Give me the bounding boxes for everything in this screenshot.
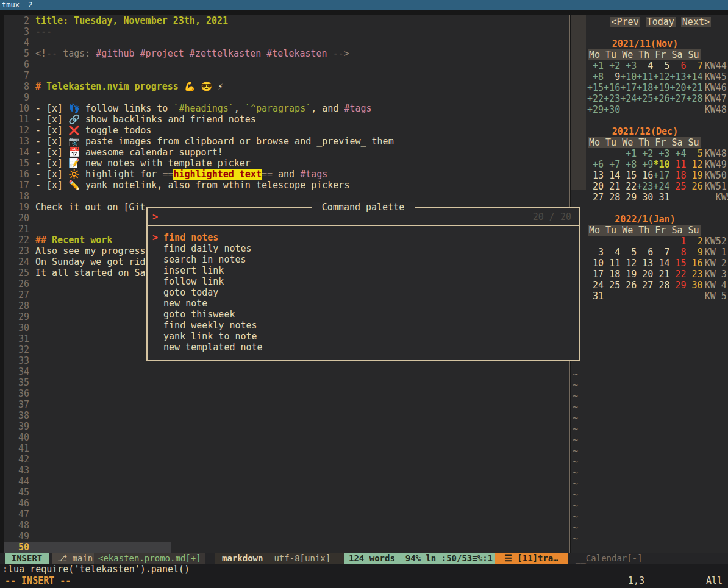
editor-line[interactable]: 8# Telekasten.nvim progress 💪 😎 ⚡ (0, 81, 569, 92)
calendar-day[interactable]: +30 (604, 104, 620, 115)
calendar-day[interactable]: 4 (637, 60, 653, 71)
calendar-day[interactable]: +3 (620, 60, 637, 71)
calendar-day[interactable]: 6 (637, 247, 653, 258)
calendar-day[interactable]: *10 (653, 159, 669, 170)
calendar-day[interactable]: 17 (587, 269, 604, 280)
palette-item[interactable]: find weekly notes (148, 320, 579, 331)
calendar-day[interactable]: 6 (669, 60, 686, 71)
calendar-day[interactable]: +24 (653, 181, 669, 192)
calendar-day[interactable]: 5 (687, 148, 703, 159)
calendar-day[interactable]: +8 (587, 71, 604, 82)
editor-line[interactable]: 44 (0, 476, 569, 487)
calendar-day[interactable]: 19 (620, 269, 637, 280)
editor-line[interactable]: 9 (0, 92, 569, 103)
calendar-day[interactable]: 27 (587, 192, 604, 203)
editor-line[interactable]: 39 (0, 421, 569, 432)
calendar-day[interactable]: +7 (604, 159, 620, 170)
palette-item[interactable]: yank link to note (148, 331, 579, 342)
editor-line[interactable]: 47 (0, 509, 569, 520)
command-palette-input[interactable]: > 20 / 20 (148, 208, 579, 226)
editor-line[interactable]: 3--- (0, 26, 569, 37)
calendar-day[interactable]: +18 (637, 82, 653, 93)
calendar-day[interactable]: 9 (687, 247, 703, 258)
palette-item[interactable]: goto thisweek (148, 309, 579, 320)
calendar-day[interactable]: 7 (687, 60, 703, 71)
calendar-day[interactable]: 12 (620, 258, 637, 269)
palette-item[interactable]: follow link (148, 276, 579, 287)
editor-line[interactable]: 50 (0, 542, 569, 553)
calendar-day[interactable]: 10 (587, 258, 604, 269)
calendar-day[interactable]: 19 (687, 170, 703, 181)
calendar-day[interactable]: +22 (587, 93, 604, 104)
calendar-day[interactable]: 20 (637, 269, 653, 280)
calendar-day[interactable]: 3 (587, 247, 604, 258)
palette-item[interactable]: find daily notes (148, 243, 579, 254)
editor-line[interactable]: 11- [x] 🔗 show backlinks and friend note… (0, 114, 569, 125)
editor-line[interactable]: 45 (0, 487, 569, 498)
scrollbar[interactable] (571, 15, 586, 190)
calendar-day[interactable]: 11 (604, 258, 620, 269)
editor-line[interactable]: 37 (0, 399, 569, 410)
calendar-day[interactable]: +27 (669, 93, 686, 104)
calendar-day[interactable]: 13 (587, 170, 604, 181)
calendar-day[interactable]: 7 (653, 247, 669, 258)
palette-item[interactable]: insert link (148, 265, 579, 276)
calendar-day[interactable]: 28 (653, 280, 669, 291)
calendar-day[interactable]: 31 (587, 291, 604, 302)
editor-line[interactable]: 35 (0, 377, 569, 388)
calendar-day[interactable]: +14 (687, 71, 703, 82)
palette-item[interactable]: new templated note (148, 342, 579, 353)
palette-item[interactable]: goto today (148, 287, 579, 298)
editor-line[interactable]: 43 (0, 465, 569, 476)
calendar-day[interactable]: +17 (620, 82, 637, 93)
editor-line[interactable]: 38 (0, 410, 569, 421)
editor-line[interactable]: 14- [x] 📅 awesome calendar support! (0, 147, 569, 158)
editor-line[interactable]: 10- [x] 👣 follow links to `#headings`, `… (0, 103, 569, 114)
palette-item[interactable]: > find notes (148, 232, 579, 243)
calendar-day[interactable]: 23 (687, 269, 703, 280)
calendar-day[interactable]: +2 (604, 60, 620, 71)
editor-line[interactable]: 36 (0, 388, 569, 399)
calendar-day[interactable]: +11 (637, 71, 653, 82)
editor-line[interactable]: 2title: Tuesday, November 23th, 2021 (0, 15, 569, 26)
calendar-day[interactable]: +9 (637, 159, 653, 170)
calendar-day[interactable]: 30 (687, 280, 703, 291)
calendar-day[interactable]: +3 (653, 148, 669, 159)
palette-item[interactable]: new note (148, 298, 579, 309)
calendar-day[interactable]: +8 (620, 159, 637, 170)
calendar-day[interactable]: 15 (669, 258, 686, 269)
prev-button[interactable]: <Prev (610, 17, 640, 27)
calendar-day[interactable]: 25 (604, 280, 620, 291)
calendar-day[interactable]: 8 (669, 247, 686, 258)
calendar-day[interactable]: +12 (653, 71, 669, 82)
calendar-day[interactable]: +24 (620, 93, 637, 104)
calendar-day[interactable]: +26 (653, 93, 669, 104)
calendar-day[interactable]: 29 (669, 280, 686, 291)
calendar-day[interactable]: 22 (620, 181, 637, 192)
today-button[interactable]: Today (646, 17, 676, 27)
calendar-day[interactable]: 30 (637, 192, 653, 203)
calendar-day[interactable]: 31 (653, 192, 669, 203)
calendar-day[interactable]: 2 (687, 236, 703, 247)
calendar-day[interactable]: 26 (620, 280, 637, 291)
editor-line[interactable]: 15- [x] 📝 new notes with template picker (0, 158, 569, 169)
calendar-day[interactable]: 22 (669, 269, 686, 280)
calendar-day[interactable]: +21 (687, 82, 703, 93)
calendar-day[interactable]: 13 (637, 258, 653, 269)
editor-line[interactable]: 46 (0, 498, 569, 509)
calendar-day[interactable]: +19 (653, 82, 669, 93)
editor-line[interactable]: 49 (0, 531, 569, 542)
editor-line[interactable]: 18 (0, 191, 569, 202)
editor-line[interactable]: 5<!-- tags: #github #project #zettelkast… (0, 48, 569, 59)
editor-line[interactable]: 34 (0, 366, 569, 377)
calendar-day[interactable]: 1 (669, 236, 686, 247)
calendar-day[interactable]: 18 (604, 269, 620, 280)
calendar-day[interactable]: 28 (604, 192, 620, 203)
calendar-day[interactable]: +15 (587, 82, 604, 93)
calendar-day[interactable]: +29 (587, 104, 604, 115)
editor-line[interactable]: 16- [x] 🔆 highlight for ==highlighted te… (0, 169, 569, 180)
calendar-day[interactable]: 5 (653, 60, 669, 71)
calendar-day[interactable]: 29 (620, 192, 637, 203)
editor-line[interactable]: 13- [x] 📷 paste images from clipboard or… (0, 136, 569, 147)
calendar-day[interactable]: +23 (637, 181, 653, 192)
